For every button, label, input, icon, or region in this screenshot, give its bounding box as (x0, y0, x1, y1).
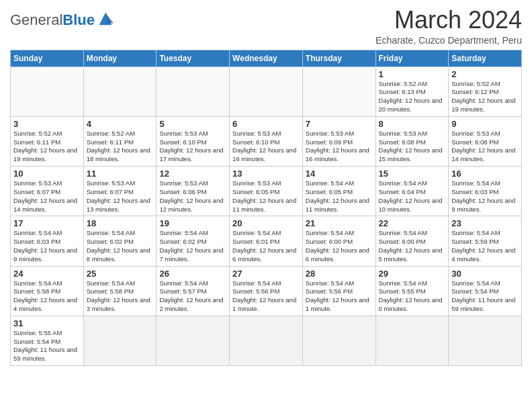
day-number: 15 (379, 169, 446, 179)
day-info: Sunrise: 5:52 AM Sunset: 6:11 PM Dayligh… (87, 130, 154, 164)
day-info: Sunrise: 5:53 AM Sunset: 6:08 PM Dayligh… (451, 130, 519, 164)
weekday-header-friday: Friday (375, 50, 449, 66)
day-number: 29 (379, 269, 446, 279)
day-info: Sunrise: 5:54 AM Sunset: 6:04 PM Dayligh… (379, 179, 446, 214)
logo: GeneralBlue (10, 7, 115, 28)
day-info: Sunrise: 5:54 AM Sunset: 5:54 PM Dayligh… (451, 279, 519, 314)
day-number: 28 (306, 269, 373, 279)
calendar-cell: 16Sunrise: 5:54 AM Sunset: 6:03 PM Dayli… (449, 167, 522, 216)
day-info: Sunrise: 5:53 AM Sunset: 6:10 PM Dayligh… (159, 130, 226, 164)
week-row-6: 31Sunrise: 5:55 AM Sunset: 5:54 PM Dayli… (11, 316, 522, 365)
day-number: 8 (379, 119, 446, 129)
day-info: Sunrise: 5:54 AM Sunset: 6:01 PM Dayligh… (232, 229, 300, 263)
calendar-cell: 9Sunrise: 5:53 AM Sunset: 6:08 PM Daylig… (449, 116, 522, 166)
day-number: 19 (159, 218, 226, 228)
day-number: 2 (451, 69, 519, 79)
day-info: Sunrise: 5:53 AM Sunset: 6:05 PM Dayligh… (232, 179, 300, 214)
week-row-4: 17Sunrise: 5:54 AM Sunset: 6:03 PM Dayli… (11, 216, 522, 266)
day-number: 9 (451, 119, 519, 129)
day-info: Sunrise: 5:54 AM Sunset: 6:02 PM Dayligh… (87, 229, 154, 263)
calendar-cell: 3Sunrise: 5:52 AM Sunset: 6:11 PM Daylig… (11, 116, 84, 166)
calendar-cell: 26Sunrise: 5:54 AM Sunset: 5:57 PM Dayli… (157, 266, 230, 316)
weekday-header-wednesday: Wednesday (230, 50, 303, 66)
day-info: Sunrise: 5:54 AM Sunset: 6:00 PM Dayligh… (379, 229, 446, 263)
day-info: Sunrise: 5:54 AM Sunset: 5:55 PM Dayligh… (379, 279, 446, 314)
calendar-cell: 12Sunrise: 5:53 AM Sunset: 6:06 PM Dayli… (157, 167, 230, 216)
calendar-cell (157, 316, 230, 365)
day-number: 18 (87, 218, 154, 228)
calendar-cell: 17Sunrise: 5:54 AM Sunset: 6:03 PM Dayli… (11, 216, 84, 266)
calendar-cell: 19Sunrise: 5:54 AM Sunset: 6:02 PM Dayli… (157, 216, 230, 266)
calendar-cell: 6Sunrise: 5:53 AM Sunset: 6:10 PM Daylig… (230, 116, 303, 166)
day-number: 3 (13, 119, 81, 129)
day-number: 22 (379, 218, 446, 228)
day-number: 7 (306, 119, 373, 129)
weekday-header-sunday: Sunday (11, 50, 84, 66)
day-number: 10 (13, 169, 81, 179)
day-info: Sunrise: 5:54 AM Sunset: 6:00 PM Dayligh… (306, 229, 373, 263)
day-number: 14 (306, 169, 373, 179)
calendar-cell: 4Sunrise: 5:52 AM Sunset: 6:11 PM Daylig… (83, 116, 157, 166)
day-info: Sunrise: 5:52 AM Sunset: 6:11 PM Dayligh… (13, 130, 81, 164)
day-info: Sunrise: 5:53 AM Sunset: 6:08 PM Dayligh… (379, 130, 446, 164)
calendar-cell: 23Sunrise: 5:54 AM Sunset: 5:59 PM Dayli… (449, 216, 522, 266)
day-number: 16 (451, 169, 519, 179)
calendar-table: SundayMondayTuesdayWednesdayThursdayFrid… (10, 50, 522, 367)
weekday-header-thursday: Thursday (302, 50, 375, 66)
calendar-cell (449, 316, 522, 365)
day-info: Sunrise: 5:55 AM Sunset: 5:54 PM Dayligh… (13, 329, 81, 363)
weekday-header-monday: Monday (83, 50, 157, 66)
calendar-cell: 28Sunrise: 5:54 AM Sunset: 5:56 PM Dayli… (302, 266, 375, 316)
calendar-cell: 18Sunrise: 5:54 AM Sunset: 6:02 PM Dayli… (83, 216, 157, 266)
day-number: 24 (13, 269, 81, 279)
day-info: Sunrise: 5:54 AM Sunset: 6:03 PM Dayligh… (451, 179, 519, 214)
calendar-cell: 22Sunrise: 5:54 AM Sunset: 6:00 PM Dayli… (375, 216, 449, 266)
calendar-cell (11, 66, 84, 116)
calendar-cell: 14Sunrise: 5:54 AM Sunset: 6:05 PM Dayli… (302, 167, 375, 216)
day-number: 23 (451, 218, 519, 228)
calendar-cell: 1Sunrise: 5:52 AM Sunset: 6:13 PM Daylig… (375, 66, 449, 116)
day-number: 6 (232, 119, 300, 129)
day-info: Sunrise: 5:53 AM Sunset: 6:09 PM Dayligh… (306, 130, 373, 164)
month-year-title: March 2024 (375, 7, 522, 34)
calendar-cell (230, 66, 303, 116)
day-info: Sunrise: 5:54 AM Sunset: 6:03 PM Dayligh… (13, 229, 81, 263)
location-subtitle: Echarate, Cuzco Department, Peru (375, 35, 522, 46)
calendar-cell: 30Sunrise: 5:54 AM Sunset: 5:54 PM Dayli… (449, 266, 522, 316)
day-number: 21 (306, 218, 373, 228)
day-info: Sunrise: 5:53 AM Sunset: 6:07 PM Dayligh… (13, 179, 81, 214)
calendar-cell (302, 316, 375, 365)
day-info: Sunrise: 5:54 AM Sunset: 5:58 PM Dayligh… (87, 279, 154, 314)
week-row-5: 24Sunrise: 5:54 AM Sunset: 5:58 PM Dayli… (11, 266, 522, 316)
calendar-cell: 29Sunrise: 5:54 AM Sunset: 5:55 PM Dayli… (375, 266, 449, 316)
calendar-cell: 11Sunrise: 5:53 AM Sunset: 6:07 PM Dayli… (83, 167, 157, 216)
day-info: Sunrise: 5:54 AM Sunset: 5:58 PM Dayligh… (13, 279, 81, 314)
calendar-cell: 24Sunrise: 5:54 AM Sunset: 5:58 PM Dayli… (11, 266, 84, 316)
calendar-cell: 5Sunrise: 5:53 AM Sunset: 6:10 PM Daylig… (157, 116, 230, 166)
day-info: Sunrise: 5:54 AM Sunset: 5:57 PM Dayligh… (159, 279, 226, 314)
weekday-header-saturday: Saturday (449, 50, 522, 66)
calendar-cell (157, 66, 230, 116)
weekday-header-row: SundayMondayTuesdayWednesdayThursdayFrid… (11, 50, 522, 66)
day-number: 1 (379, 69, 446, 79)
calendar-cell: 13Sunrise: 5:53 AM Sunset: 6:05 PM Dayli… (230, 167, 303, 216)
day-number: 30 (451, 269, 519, 279)
week-row-2: 3Sunrise: 5:52 AM Sunset: 6:11 PM Daylig… (11, 116, 522, 166)
logo-text: GeneralBlue (10, 13, 95, 28)
calendar-cell: 15Sunrise: 5:54 AM Sunset: 6:04 PM Dayli… (375, 167, 449, 216)
day-number: 11 (87, 169, 154, 179)
calendar-cell (375, 316, 449, 365)
day-info: Sunrise: 5:54 AM Sunset: 5:56 PM Dayligh… (232, 279, 300, 314)
logo-icon (96, 9, 115, 28)
day-info: Sunrise: 5:54 AM Sunset: 6:02 PM Dayligh… (159, 229, 226, 263)
day-info: Sunrise: 5:53 AM Sunset: 6:07 PM Dayligh… (87, 179, 154, 214)
calendar-cell (302, 66, 375, 116)
calendar-cell: 2Sunrise: 5:52 AM Sunset: 6:12 PM Daylig… (449, 66, 522, 116)
day-number: 26 (159, 269, 226, 279)
calendar-cell: 8Sunrise: 5:53 AM Sunset: 6:08 PM Daylig… (375, 116, 449, 166)
day-number: 20 (232, 218, 300, 228)
day-info: Sunrise: 5:52 AM Sunset: 6:13 PM Dayligh… (379, 80, 446, 114)
calendar-cell (83, 316, 157, 365)
day-number: 4 (87, 119, 154, 129)
day-number: 17 (13, 218, 81, 228)
